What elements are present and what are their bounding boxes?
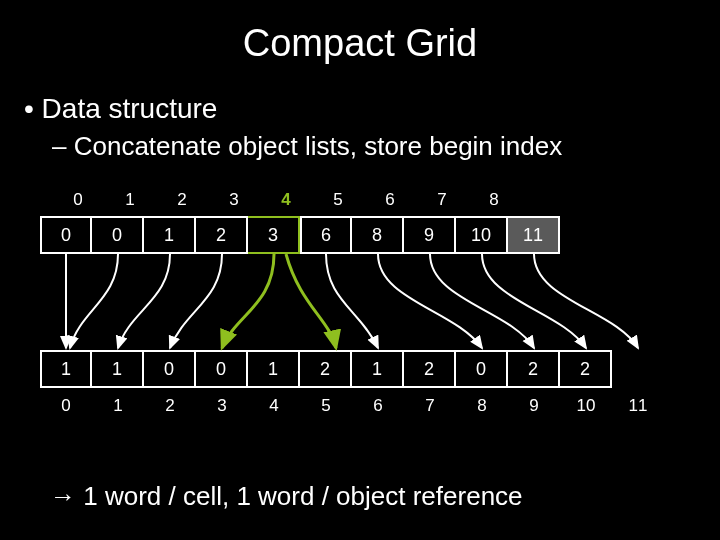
array-cell: 0 <box>196 350 248 388</box>
idx-label: 9 <box>508 396 560 416</box>
idx-label: 1 <box>92 396 144 416</box>
array-cell: 2 <box>560 350 612 388</box>
arrow <box>430 254 534 348</box>
idx-label: 0 <box>40 396 92 416</box>
array-cell: 2 <box>196 216 248 254</box>
bullet-level-2: Concatenate object lists, store begin in… <box>24 131 720 162</box>
array-cell: 2 <box>300 350 352 388</box>
idx-label: 5 <box>312 190 364 210</box>
arrow <box>534 254 638 348</box>
bullet-level-1: Data structure <box>24 93 720 125</box>
array-cell: 1 <box>144 216 196 254</box>
idx-label: 2 <box>156 190 208 210</box>
array-cell: 8 <box>352 216 404 254</box>
arrow <box>378 254 482 348</box>
idx-label: 8 <box>468 190 520 210</box>
top-index-labels: 0 1 2 3 4 5 6 7 8 <box>52 190 520 210</box>
idx-label: 0 <box>52 190 104 210</box>
idx-label: 10 <box>560 396 612 416</box>
conclusion-line: → 1 word / cell, 1 word / object referen… <box>50 481 523 512</box>
idx-label: 7 <box>416 190 468 210</box>
array-cell: 2 <box>508 350 560 388</box>
idx-label-highlighted: 4 <box>260 190 312 210</box>
array-cell: 2 <box>404 350 456 388</box>
conclusion-text: 1 word / cell, 1 word / object reference <box>76 481 523 511</box>
slide-title: Compact Grid <box>0 0 720 65</box>
bottom-index-labels: 0 1 2 3 4 5 6 7 8 9 10 11 <box>40 396 664 416</box>
idx-label: 11 <box>612 396 664 416</box>
array-cell: 1 <box>92 350 144 388</box>
idx-label: 8 <box>456 396 508 416</box>
array-cell: 9 <box>404 216 456 254</box>
idx-label: 3 <box>196 396 248 416</box>
bullet-list: Data structure Concatenate object lists,… <box>0 65 720 162</box>
arrow <box>482 254 586 348</box>
begin-index-array: 0 0 1 2 3 6 8 9 10 11 <box>40 216 560 254</box>
idx-label: 6 <box>352 396 404 416</box>
array-cell-sentinel: 11 <box>508 216 560 254</box>
arrow <box>170 254 222 348</box>
array-cell-highlighted: 3 <box>248 216 300 254</box>
idx-label: 1 <box>104 190 156 210</box>
idx-label: 6 <box>364 190 416 210</box>
slide: Compact Grid Data structure Concatenate … <box>0 0 720 540</box>
array-cell: 10 <box>456 216 508 254</box>
idx-label: 3 <box>208 190 260 210</box>
object-reference-array: 1 1 0 0 1 2 1 2 0 2 2 <box>40 350 612 388</box>
array-cell: 1 <box>352 350 404 388</box>
idx-label: 2 <box>144 396 196 416</box>
array-cell: 0 <box>40 216 92 254</box>
idx-label: 7 <box>404 396 456 416</box>
array-cell: 6 <box>300 216 352 254</box>
arrow-highlighted <box>222 254 274 348</box>
compact-grid-diagram: 0 1 2 3 4 5 6 7 8 0 0 1 2 3 6 8 9 10 11 … <box>40 190 700 470</box>
array-cell: 0 <box>92 216 144 254</box>
arrow <box>326 254 378 348</box>
arrow-highlighted <box>286 254 336 348</box>
array-cell: 0 <box>456 350 508 388</box>
array-cell: 1 <box>248 350 300 388</box>
array-cell: 1 <box>40 350 92 388</box>
idx-label: 4 <box>248 396 300 416</box>
arrow <box>118 254 170 348</box>
array-cell: 0 <box>144 350 196 388</box>
arrow <box>70 254 118 348</box>
arrow-right-icon: → <box>50 481 76 511</box>
idx-label: 5 <box>300 396 352 416</box>
